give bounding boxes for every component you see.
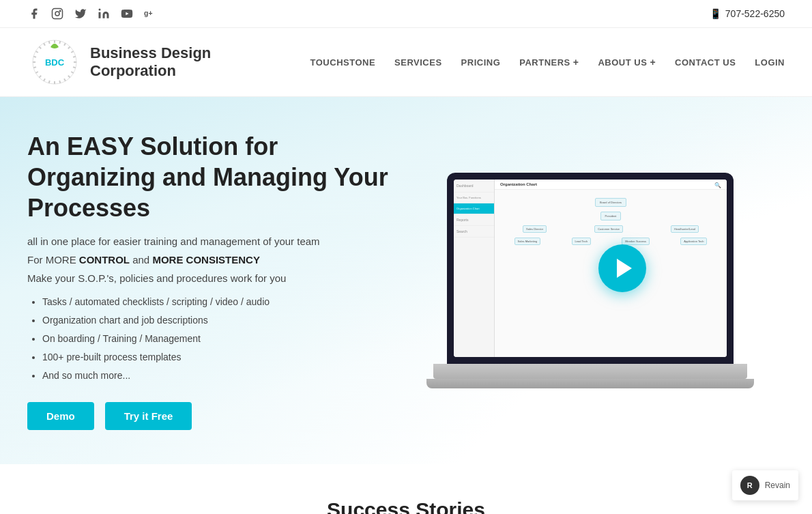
logo-text: Business Design Corporation: [90, 44, 211, 81]
svg-line-26: [59, 41, 60, 44]
success-stories-section: Success Stories: [0, 464, 812, 514]
list-item: On boarding / Training / Management: [42, 332, 396, 346]
logo[interactable]: BDC Business Design Corporation: [27, 35, 211, 89]
sidebar-dashboard: Dashboard: [454, 180, 494, 192]
svg-line-16: [39, 76, 41, 78]
org-box-5: Lead Tech: [572, 238, 591, 245]
org-box-6: Member Success: [622, 238, 650, 245]
svg-line-17: [35, 72, 38, 73]
svg-text:g+: g+: [144, 9, 153, 17]
svg-line-27: [64, 43, 66, 45]
nav-contact-us[interactable]: CONTACT US: [675, 57, 736, 68]
svg-line-12: [59, 81, 60, 83]
org-fourth-row: Sales Marketing Lead Tech Member Success…: [499, 238, 723, 245]
facebook-icon[interactable]: [27, 7, 41, 20]
org-box-board: Board of Directors: [595, 198, 626, 207]
hero-section: An EASY Solution for Organizing and Mana…: [0, 97, 812, 464]
try-free-button[interactable]: Try it Free: [105, 402, 192, 430]
svg-line-15: [44, 78, 45, 81]
sidebar-reports: Reports: [454, 214, 494, 226]
hero-content: An EASY Solution for Organizing and Mana…: [27, 131, 396, 430]
revain-widget[interactable]: R Revain: [732, 470, 798, 500]
about-plus-icon: +: [650, 57, 656, 68]
play-triangle-icon: [617, 259, 632, 278]
org-second-row: President: [544, 212, 678, 220]
demo-button[interactable]: Demo: [27, 402, 94, 430]
screen-title-bar: Organization Chart 🔍: [495, 180, 727, 190]
svg-line-29: [71, 51, 73, 53]
org-box-2: Customer Service: [594, 225, 623, 233]
screen-inner: Dashboard Your Bus. Functions Organizati…: [454, 180, 727, 357]
svg-text:BDC: BDC: [45, 57, 65, 68]
svg-line-24: [49, 41, 50, 44]
svg-line-18: [33, 67, 36, 68]
svg-line-30: [73, 57, 76, 57]
hero-title: An EASY Solution for Organizing and Mana…: [27, 131, 396, 223]
laptop-base: [433, 364, 747, 379]
svg-line-22: [39, 46, 41, 48]
linkedin-icon[interactable]: [97, 7, 111, 20]
org-box-4: Sales Marketing: [514, 238, 541, 245]
youtube-icon[interactable]: [120, 7, 134, 20]
partners-plus-icon: +: [573, 57, 579, 68]
success-title: Success Stories: [27, 498, 785, 514]
top-bar: g+ 📱 707-522-6250: [0, 0, 812, 28]
svg-line-28: [68, 46, 70, 48]
instagram-icon[interactable]: [50, 7, 64, 20]
hero-feature-list: Tasks / automated checklists / scripting…: [27, 295, 396, 383]
nav-pricing[interactable]: PRICING: [461, 57, 501, 68]
googleplus-icon[interactable]: g+: [143, 7, 157, 20]
revain-label: Revain: [765, 481, 790, 490]
sidebar-search: Search: [454, 226, 494, 238]
social-icons: g+: [27, 7, 157, 20]
laptop-screen: Dashboard Your Bus. Functions Organizati…: [447, 173, 734, 364]
svg-line-8: [73, 67, 76, 68]
bdc-logo-graphic: BDC: [27, 35, 82, 89]
org-box-7: Application Tech: [680, 238, 707, 245]
main-nav: TOUCHSTONE SERVICES PRICING PARTNERS + A…: [310, 57, 785, 68]
list-item: 100+ pre-built process templates: [42, 350, 396, 365]
hero-laptop-image: Dashboard Your Bus. Functions Organizati…: [396, 173, 785, 388]
svg-point-3: [99, 9, 101, 11]
svg-line-14: [49, 81, 50, 83]
nav-about-us[interactable]: ABOUT US +: [598, 57, 656, 68]
phone-icon: 📱: [710, 8, 721, 19]
sidebar-org-chart: Organization Chart: [454, 203, 494, 214]
svg-line-20: [33, 57, 36, 57]
nav-touchstone[interactable]: TOUCHSTONE: [310, 57, 376, 68]
nav-services[interactable]: SERVICES: [394, 57, 442, 68]
nav-login[interactable]: LOGIN: [755, 57, 785, 68]
screen-main-area: Organization Chart 🔍 Board of Directors …: [495, 180, 727, 357]
svg-line-21: [35, 51, 38, 53]
list-item: And so much more...: [42, 369, 396, 383]
hero-make-text: Make your S.O.P.'s, policies and procedu…: [27, 272, 396, 284]
svg-rect-0: [53, 9, 63, 19]
list-item: Organization chart and job descriptions: [42, 313, 396, 328]
revain-icon: R: [740, 476, 759, 495]
list-item: Tasks / automated checklists / scripting…: [42, 295, 396, 309]
org-box-3: Headhunter/Lead: [671, 225, 699, 233]
svg-point-2: [59, 10, 61, 12]
org-chart-grid: Board of Directors President Sales Direc…: [495, 192, 727, 251]
svg-line-10: [68, 76, 70, 78]
twitter-icon[interactable]: [74, 7, 87, 20]
phone-info: 📱 707-522-6250: [710, 8, 785, 19]
nav-partners[interactable]: PARTNERS +: [519, 57, 579, 68]
svg-line-23: [44, 43, 45, 45]
org-box-1: Sales Director: [523, 225, 547, 233]
sidebar-bus-functions: Your Bus. Functions: [454, 192, 494, 203]
hero-control-text: For MORE CONTROL and MORE CONSISTENCY: [27, 254, 396, 266]
hero-buttons: Demo Try it Free: [27, 402, 396, 430]
hero-subtitle: all in one place for easier training and…: [27, 235, 396, 247]
header: BDC Business Design Corporation TOUCHSTO…: [0, 28, 812, 97]
play-button[interactable]: [598, 244, 646, 292]
org-box-president: President: [600, 212, 622, 220]
org-third-row: Sales Director Customer Service Headhunt…: [499, 225, 723, 233]
svg-line-11: [64, 78, 66, 81]
phone-number: 707-522-6250: [725, 8, 785, 19]
svg-line-9: [71, 72, 73, 73]
laptop-mockup: Dashboard Your Bus. Functions Organizati…: [426, 173, 754, 388]
org-top-row: Board of Directors: [499, 198, 723, 207]
laptop-foot: [426, 379, 754, 388]
screen-sidebar: Dashboard Your Bus. Functions Organizati…: [454, 180, 495, 357]
